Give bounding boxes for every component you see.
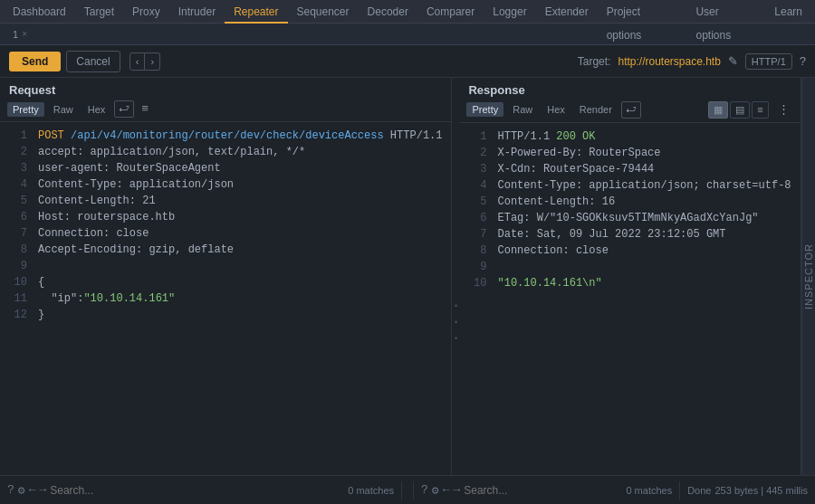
nav-target[interactable]: Target: [75, 0, 123, 24]
nav-comparer[interactable]: Comparer: [417, 0, 484, 24]
tab-close-icon[interactable]: ×: [22, 24, 27, 45]
request-view-ln[interactable]: ⮐: [114, 100, 134, 118]
bottom-left-help-icon[interactable]: ?: [7, 483, 14, 497]
line-number: 12: [9, 307, 27, 323]
response-view-ln[interactable]: ⮐: [621, 101, 641, 119]
code-text: }: [38, 307, 44, 323]
code-line: 3X-Cdn: RouterSpace-79444: [468, 161, 791, 177]
bottom-right-help-icon[interactable]: ?: [421, 483, 428, 497]
line-number: 1: [468, 128, 486, 145]
response-view-raw[interactable]: Raw: [507, 102, 538, 117]
line-number: 10: [468, 275, 486, 291]
request-view-raw[interactable]: Raw: [48, 102, 79, 117]
nav-user-options[interactable]: User options: [686, 0, 765, 24]
code-text: X-Powered-By: RouterSpace: [497, 145, 660, 161]
bottom-right-forward-icon[interactable]: →: [453, 483, 460, 497]
code-text: Content-Length: 21: [38, 193, 156, 209]
request-view-pretty[interactable]: Pretty: [7, 102, 44, 117]
code-line: 11 "ip":"10.10.14.161": [9, 290, 442, 307]
line-number: 7: [9, 225, 27, 242]
response-icon-grid[interactable]: ▦: [708, 101, 728, 119]
nav-logger[interactable]: Logger: [484, 0, 535, 24]
line-number: 6: [9, 209, 27, 225]
code-line: 6ETag: W/"10-SGOKksuv5TIMmNkyAGadXcYanJg…: [468, 210, 791, 226]
line-number: 3: [9, 160, 27, 176]
code-text: /api/v4/monitoring/router/dev/check/devi…: [71, 128, 384, 144]
code-line: 8Accept-Encoding: gzip, deflate: [9, 242, 442, 258]
code-line: 8Connection: close: [468, 242, 791, 259]
nav-decoder[interactable]: Decoder: [359, 0, 417, 24]
repeater-tab-1[interactable]: 1 ×: [5, 24, 34, 45]
bottom-right-search-input[interactable]: [464, 484, 622, 497]
code-text: Content-Length: 16: [497, 194, 615, 210]
code-text: HTTP/1.1: [384, 128, 443, 144]
bottom-left-search-input[interactable]: [50, 484, 344, 497]
main-area: Request Pretty Raw Hex ⮐ ≡ 1POST /api/v4…: [0, 78, 815, 475]
prev-button[interactable]: ‹: [129, 52, 146, 71]
nav-intruder[interactable]: Intruder: [169, 0, 225, 24]
code-line: 6Host: routerspace.htb: [9, 209, 442, 225]
edit-target-icon[interactable]: ✎: [728, 54, 738, 68]
nav-dashboard[interactable]: Dashboard: [4, 0, 75, 24]
response-view-hex[interactable]: Hex: [542, 102, 570, 117]
code-line: 2accept: application/json, text/plain, *…: [9, 144, 442, 160]
next-button[interactable]: ›: [145, 52, 160, 71]
response-view-pretty[interactable]: Pretty: [466, 102, 503, 117]
code-line: 9: [468, 259, 791, 275]
code-text: Date: Sat, 09 Jul 2022 23:12:05 GMT: [497, 226, 725, 242]
line-number: 9: [468, 259, 486, 275]
bottom-left-section: ? ⚙ ← → 0 matches: [7, 483, 394, 498]
nav-extender[interactable]: Extender: [536, 0, 598, 24]
line-number: 1: [9, 128, 27, 144]
nav-project-options[interactable]: Project options: [598, 0, 687, 24]
line-number: 7: [468, 226, 486, 242]
nav-proxy[interactable]: Proxy: [123, 0, 169, 24]
bottom-right-settings-icon[interactable]: ⚙: [432, 483, 439, 498]
nav-bar: Dashboard Target Proxy Intruder Repeater…: [0, 0, 815, 24]
line-number: 9: [9, 258, 27, 274]
code-text: HTTP/1.1: [497, 128, 556, 145]
target-prefix: Target:: [578, 55, 611, 68]
code-text: Content-Type: application/json: [38, 176, 234, 193]
request-tool-icon[interactable]: ≡: [138, 100, 152, 118]
response-code-area: 1HTTP/1.1 200 OK2X-Powered-By: RouterSpa…: [459, 123, 800, 475]
bottom-divider: [401, 481, 402, 499]
code-line: 3user-agent: RouterSpaceAgent: [9, 160, 442, 176]
line-number: 2: [468, 145, 486, 161]
cancel-button[interactable]: Cancel: [66, 51, 120, 72]
code-line: 2X-Powered-By: RouterSpace: [468, 145, 791, 161]
send-button[interactable]: Send: [9, 52, 61, 71]
bottom-right-section: ? ⚙ ← → 0 matches Done 253 bytes | 445 m…: [413, 481, 808, 499]
bottom-left-settings-icon[interactable]: ⚙: [18, 483, 25, 498]
code-line: 7Date: Sat, 09 Jul 2022 23:12:05 GMT: [468, 226, 791, 242]
line-number: 6: [468, 210, 486, 226]
request-view-hex[interactable]: Hex: [82, 102, 111, 117]
nav-repeater[interactable]: Repeater: [225, 0, 287, 24]
inspector-label: INSPECTOR: [803, 243, 814, 309]
code-text: ETag: W/"10-SGOKksuv5TIMmNkyAGadXcYanJg": [497, 210, 758, 226]
response-menu-icon[interactable]: ⋮: [774, 100, 793, 119]
code-text: Accept-Encoding: gzip, deflate: [38, 242, 234, 258]
nav-learn[interactable]: Learn: [765, 0, 811, 24]
response-icon-menu[interactable]: ≡: [752, 101, 768, 119]
code-text: Connection: close: [497, 242, 608, 259]
bottom-bar: ? ⚙ ← → 0 matches ? ⚙ ← → 0 matches Done…: [0, 475, 815, 504]
bottom-left-back-icon[interactable]: ←: [29, 483, 36, 497]
response-panel-toolbar: Pretty Raw Hex Render ⮐ ▦ ▤ ≡ ⋮: [459, 99, 800, 123]
bottom-right-back-icon[interactable]: ←: [443, 483, 450, 497]
http-version-badge[interactable]: HTTP/1: [745, 53, 792, 70]
request-panel: Request Pretty Raw Hex ⮐ ≡ 1POST /api/v4…: [0, 78, 452, 475]
code-line: 7Connection: close: [9, 225, 442, 242]
response-view-icons: ▦ ▤ ≡: [708, 101, 768, 119]
nav-sequencer[interactable]: Sequencer: [288, 0, 359, 24]
code-text: accept: application/json, text/plain, */…: [38, 144, 305, 160]
line-number: 4: [9, 176, 27, 193]
code-line: 10"10.10.14.161\n": [468, 275, 791, 291]
inspector-sidebar[interactable]: INSPECTOR: [801, 78, 815, 475]
response-panel: Response Pretty Raw Hex Render ⮐ ▦ ▤ ≡ ⋮…: [459, 78, 801, 475]
response-view-render[interactable]: Render: [574, 102, 618, 117]
bottom-left-forward-icon[interactable]: →: [39, 483, 46, 497]
help-icon[interactable]: ?: [800, 54, 806, 68]
response-icon-list[interactable]: ▤: [730, 101, 750, 119]
code-text: 200 OK: [556, 128, 595, 145]
